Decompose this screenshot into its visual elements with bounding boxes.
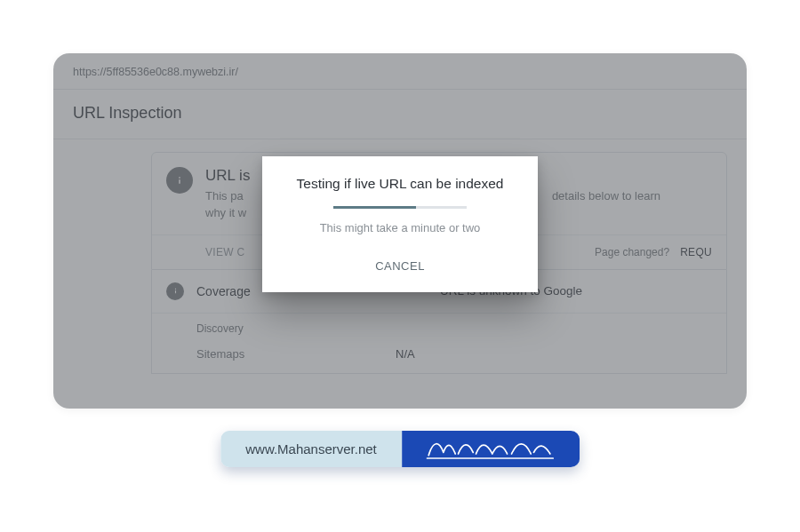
dialog-title: Testing if live URL can be indexed [282, 176, 518, 192]
progress-bar [333, 206, 467, 209]
brand-logo [402, 431, 580, 467]
progress-fill [333, 206, 416, 209]
brand-url: www.Mahanserver.net [220, 431, 402, 467]
search-console-app: https://5ff85536e0c88.mywebzi.ir/ URL In… [53, 53, 747, 409]
live-test-dialog: Testing if live URL can be indexed This … [262, 156, 538, 292]
brand-bar: www.Mahanserver.net [220, 431, 580, 467]
cancel-button[interactable]: CANCEL [366, 254, 434, 278]
dialog-subtitle: This might take a minute or two [282, 221, 518, 234]
